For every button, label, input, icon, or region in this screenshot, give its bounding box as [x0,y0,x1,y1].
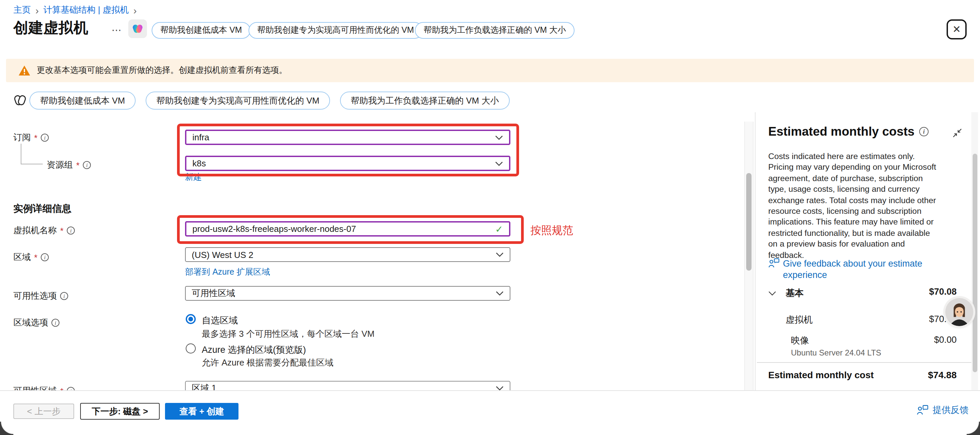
resource-group-label-text: 资源组 [47,159,73,171]
chevron-down-icon [496,252,504,257]
warning-text: 更改基本选项可能会重置所做的选择。创建虚拟机前查看所有选项。 [37,65,287,76]
more-menu-icon[interactable]: ⋯ [111,24,123,36]
instance-details-heading: 实例详细信息 [13,202,72,215]
estimate-feedback-link-text: Give feedback about your estimate experi… [783,258,933,280]
chevron-down-icon [495,135,503,140]
radio-azure-selected-zones[interactable] [186,343,196,354]
copilot-suggestion-right-size-button[interactable]: 帮助我为工作负载选择正确的 VM 大小 [340,92,509,110]
availability-options-label-text: 可用性选项 [13,290,57,302]
subscription-label-text: 订阅 [13,132,31,143]
copilot-suggestion-high-availability-button[interactable]: 帮助我创建专为实现高可用性而优化的 VM [146,92,330,110]
info-icon[interactable]: i [41,134,49,142]
tree-connector [21,164,43,164]
cost-basic-label: 基本 [786,287,803,300]
info-icon[interactable]: i [41,253,49,261]
panel-scrollbar-track[interactable] [971,112,978,390]
cost-total-label: Estimated monthly cost [768,370,874,380]
vm-name-label: 虚拟机名称 * i [13,225,75,237]
warning-banner: 更改基本选项可能会重置所做的选择。创建虚拟机前查看所有选项。 [6,59,974,82]
assistant-avatar[interactable] [945,298,973,326]
cost-total-divider [757,362,971,363]
create-vm-page: 主页 › 计算基础结构 | 虚拟机 › 创建虚拟机 ⋯ 帮助我创建低成本 VM … [0,0,980,435]
tree-connector [21,143,21,164]
resource-group-label: 资源组 * i [47,159,91,171]
costs-panel-title: Estimated monthly costs i [768,124,929,139]
availability-options-select[interactable]: 可用性区域 [185,286,511,301]
window-corner [967,422,980,435]
region-label-text: 区域 [13,251,31,263]
avatar-image [945,298,973,326]
page-title: 创建虚拟机 [13,18,89,38]
subscription-label: 订阅 * i [13,132,49,143]
estimated-costs-panel: Estimated monthly costs i Costs indicate… [756,112,971,390]
previous-step-button[interactable]: < 上一步 [13,403,74,419]
cost-row-basic[interactable]: 基本 [768,287,803,300]
resource-group-select[interactable]: k8s [185,156,511,171]
required-marker: * [34,133,37,143]
subscription-select[interactable]: infra [185,130,511,145]
vm-name-input[interactable]: prod-usw2-k8s-freeleaps-worker-nodes-07 … [185,221,511,237]
feedback-person-icon [916,405,929,416]
warning-icon [19,65,30,75]
valid-check-icon: ✓ [495,223,503,234]
costs-panel-title-text: Estimated monthly costs [768,124,915,139]
review-create-button[interactable]: 查看 + 创建 [165,403,239,420]
suggestion-low-cost-button[interactable]: 帮助我创建低成本 VM [152,22,250,39]
breadcrumb: 主页 › 计算基础结构 | 虚拟机 › [13,4,141,16]
suggestion-right-size-button[interactable]: 帮助我为工作负载选择正确的 VM 大小 [415,22,574,39]
estimate-feedback-link[interactable]: Give feedback about your estimate experi… [768,258,933,280]
copilot-icon [131,22,144,35]
copilot-outline-icon [13,93,27,108]
required-marker: * [76,160,80,170]
radio-azure-selected-zones-desc: 允许 Azure 根据需要分配最佳区域 [202,357,333,369]
breadcrumb-chevron-icon: › [129,6,141,14]
info-icon[interactable]: i [83,161,91,169]
give-feedback-link[interactable]: 提供反馈 [916,404,969,416]
subscription-value: infra [192,132,209,142]
info-icon[interactable]: i [919,127,929,136]
region-value: (US) West US 2 [192,250,253,260]
main-scrollbar-thumb[interactable] [746,173,751,271]
breadcrumb-home-link[interactable]: 主页 [13,4,31,16]
chevron-down-icon [496,291,504,296]
give-feedback-link-text: 提供反馈 [932,404,969,416]
vm-name-value: prod-usw2-k8s-freeleaps-worker-nodes-07 [192,224,356,234]
cost-total-amount: $74.88 [928,370,957,380]
feedback-person-icon [768,258,780,269]
info-icon[interactable]: i [60,292,68,300]
chevron-down-icon [495,161,503,166]
next-step-disks-button[interactable]: 下一步: 磁盘 > [80,403,160,420]
close-button[interactable]: ✕ [947,19,967,40]
copilot-suggestion-low-cost-button[interactable]: 帮助我创建低成本 VM [29,92,135,110]
main-scrollbar-track[interactable] [744,122,754,390]
naming-convention-annotation: 按照规范 [530,224,573,238]
cost-vm-label: 虚拟机 [786,314,813,326]
panel-scrollbar-thumb[interactable] [972,154,977,372]
footer-bar: < 上一步 下一步: 磁盘 > 查看 + 创建 提供反馈 [0,390,980,435]
cost-image-label: 映像 [791,335,809,347]
cost-image-amount: $0.00 [934,335,957,345]
info-icon[interactable]: i [51,319,59,327]
required-marker: * [34,252,37,262]
region-select[interactable]: (US) West US 2 [185,247,511,262]
chevron-down-icon [768,291,776,296]
window-corner [0,422,13,435]
radio-self-selected-zones[interactable] [186,314,196,324]
radio-self-selected-zones-label: 自选区域 [202,315,238,327]
create-new-resource-group-link[interactable]: 新建 [185,172,202,183]
breadcrumb-vm-link[interactable]: 计算基础结构 | 虚拟机 [43,4,129,16]
cost-image-sub: Ubuntu Server 24.04 LTS [791,348,881,357]
close-icon: ✕ [952,23,961,35]
collapse-panel-icon[interactable] [953,128,962,138]
info-icon[interactable]: i [67,226,75,234]
deploy-edge-zone-link[interactable]: 部署到 Azure 扩展区域 [185,267,270,278]
availability-options-value: 可用性区域 [192,287,235,300]
required-marker: * [60,226,64,236]
resource-group-value: k8s [192,158,206,168]
zone-options-label: 区域选项 i [13,317,59,329]
region-label: 区域 * i [13,251,49,263]
radio-dot [188,317,193,322]
availability-options-label: 可用性选项 i [13,290,68,302]
suggestion-high-availability-button[interactable]: 帮助我创建专为实现高可用性而优化的 VM [248,22,423,39]
copilot-button[interactable] [128,19,147,38]
